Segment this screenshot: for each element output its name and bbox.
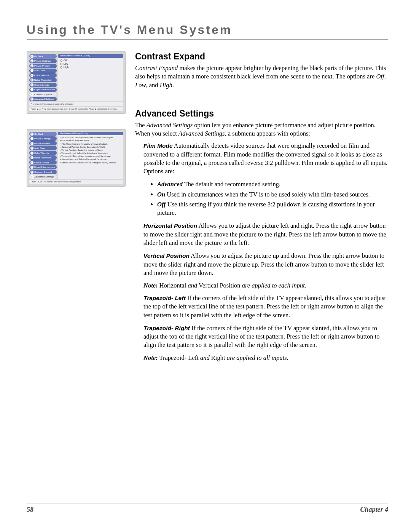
chapter-label: Chapter 4 xyxy=(360,506,388,514)
menu-label: Auto Color xyxy=(34,147,45,150)
menu-label: Noise Reduction xyxy=(34,156,51,159)
menu-item: 2Picture Presets xyxy=(29,64,57,68)
menu-item: 1Picture Settings xyxy=(29,136,57,141)
menu-item: 0Go Back xyxy=(29,54,57,59)
menu-label: Picture Settings xyxy=(34,137,51,140)
menu-number: 7 xyxy=(30,88,33,91)
menu-number: 2 xyxy=(30,64,33,67)
label-film-mode: Film Mode xyxy=(143,142,173,149)
subsection-vertical-position: Vertical Position Allows you to adjust t… xyxy=(143,252,388,277)
menu-number: 2 xyxy=(30,142,33,145)
list-item: On Used in circumstances when the TV is … xyxy=(157,190,388,199)
menu-number: 4 xyxy=(30,152,33,155)
figure-advanced-settings-menu: 0Go Back1Picture Settings2Picture Preset… xyxy=(27,129,126,187)
menu-item: 9Advanced Settings xyxy=(29,97,57,102)
menu-label: Picture Presets xyxy=(34,142,50,145)
note: Note: Trapezoid- Left and Right are appl… xyxy=(143,354,388,362)
menu-item: 7Edge Enhancement xyxy=(29,88,57,92)
section-contrast-expand: Contrast Expand Contrast Expand makes th… xyxy=(135,51,388,89)
description-item: • Horizontal Position: Center the pictur… xyxy=(60,146,121,149)
menu-item: 8Contrast Expand xyxy=(29,92,57,97)
menu-number: 7 xyxy=(30,166,33,169)
menu-item: 6Green Stretch xyxy=(29,83,57,87)
option-high: High xyxy=(64,66,68,69)
label-horizontal-position: Horizontal Position xyxy=(143,222,197,229)
subsection-trapezoid-left: Trapezoid- Left If the corners of the le… xyxy=(143,294,388,320)
menu-label: Advanced Settings xyxy=(34,175,54,178)
film-mode-options: Advanced The default and recommended set… xyxy=(157,180,388,217)
menu-number: 3 xyxy=(30,147,33,150)
menu-label: Contrast Expand xyxy=(34,171,52,174)
menu-item: 5Noise Reduction xyxy=(29,155,57,160)
menu-number: 6 xyxy=(30,83,33,86)
menu-label: Edge Enhancement xyxy=(34,88,55,91)
label-vertical-position: Vertical Position xyxy=(143,252,190,259)
menu-label: Color Warmth xyxy=(34,74,49,77)
description-item: • Trapezoid - Left: Adjust the left edge… xyxy=(60,152,121,155)
menu-number: 0 xyxy=(30,133,33,136)
menu-label: Picture Settings xyxy=(34,59,51,62)
menu-item: 5Noise Reduction xyxy=(29,78,57,83)
figure-contrast-expand-menu: 0Go Back1Picture Settings2Picture Preset… xyxy=(27,51,126,114)
description-item: • Vertical Position: Center the picture … xyxy=(60,149,121,152)
label-trapezoid-left: Trapezoid- Left xyxy=(143,295,186,301)
radio-icon xyxy=(60,59,62,62)
label-trapezoid-right: Trapezoid- Right xyxy=(143,325,190,331)
menu-item: 6Green Stretch xyxy=(29,160,57,165)
help-text: Press ▲ or ▼ to point to an option, then… xyxy=(29,107,123,111)
menu-number: 9 xyxy=(30,97,33,101)
menu-label: Edge Enhancement xyxy=(34,166,55,169)
menu-number: 5 xyxy=(30,78,33,81)
two-column-layout: 0Go Back1Picture Settings2Picture Preset… xyxy=(27,51,388,381)
description-item: • Trapezoid - Right: Adjust the right ed… xyxy=(60,155,121,158)
menu-number: 1 xyxy=(30,137,33,140)
menu-label: Contrast Expand xyxy=(34,93,52,96)
menu-item: 3Auto Color xyxy=(29,146,57,150)
menu-label: Go Back xyxy=(34,133,43,136)
description-item: • Mirror Adjustment: Adjust all edges of… xyxy=(60,158,121,161)
page-number: 58 xyxy=(27,506,33,514)
heading-advanced-settings: Advanced Settings xyxy=(135,109,388,119)
menu-item: 1Picture Settings xyxy=(29,59,57,64)
help-text: A change in this screen is applied to al… xyxy=(29,102,123,106)
list-item: Off Use this setting if you think the re… xyxy=(157,200,388,217)
page-footer: 58 Chapter 4 xyxy=(27,503,388,514)
description-intro: The Advanced Settings menu has screens t… xyxy=(60,136,121,142)
radio-icon xyxy=(60,63,62,65)
subsection-horizontal-position: Horizontal Position Allows you to adjust… xyxy=(143,222,388,247)
menu-number: 4 xyxy=(30,74,33,77)
menu-number: 8 xyxy=(30,171,33,174)
menu-label: Advanced Settings xyxy=(34,97,54,101)
menu-label: Green Stretch xyxy=(34,83,49,86)
menu-item: 3Auto Color xyxy=(29,69,57,73)
description-item: • Reset Controls: Sets this input's sett… xyxy=(60,161,121,164)
option-low: Low xyxy=(64,62,68,66)
content-column: Contrast Expand Contrast Expand makes th… xyxy=(135,51,388,381)
menu-label: Color Warmth xyxy=(34,152,49,155)
option-off: Off xyxy=(64,59,67,62)
paragraph: The Advanced Settings option lets you en… xyxy=(135,121,388,138)
menu-label: Picture Presets xyxy=(34,64,50,67)
menu-number: 9 xyxy=(30,175,33,178)
page-heading: Using the TV's Menu System xyxy=(27,23,388,40)
menu-label: Green Stretch xyxy=(34,161,49,164)
menu-number: 6 xyxy=(30,161,33,164)
menu-item: 4Color Warmth xyxy=(29,151,57,155)
list-item: Advanced The default and recommended set… xyxy=(157,180,388,189)
menu-item: 0Go Back xyxy=(29,132,57,136)
breadcrumb: Main Menu ▸ Picture Quality xyxy=(58,132,123,136)
menu-number: 5 xyxy=(30,156,33,159)
subsection-film-mode: Film Mode Automatically detects video so… xyxy=(143,142,388,217)
breadcrumb: Main Menu ▸ Picture ▸ Quality xyxy=(58,54,123,58)
menu-label: Go Back xyxy=(34,55,43,58)
menu-item: 2Picture Presets xyxy=(29,141,57,146)
menu-number: 3 xyxy=(30,69,33,72)
note: Note: Horizontal and Vertical Position a… xyxy=(143,282,388,289)
radio-icon xyxy=(60,66,62,69)
menu-label: Auto Color xyxy=(34,69,45,72)
menu-number: 8 xyxy=(30,93,33,96)
heading-contrast-expand: Contrast Expand xyxy=(135,51,388,62)
menu-item: 7Edge Enhancement xyxy=(29,165,57,169)
paragraph: Contrast Expand makes the picture appear… xyxy=(135,64,388,89)
menu-item: 9Advanced Settings xyxy=(29,174,57,179)
